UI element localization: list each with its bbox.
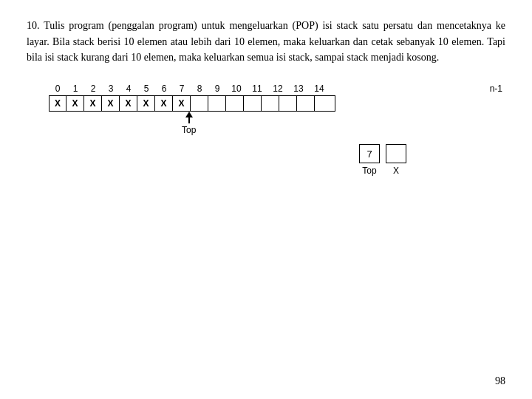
arrow-stem xyxy=(188,117,190,123)
cell-3: X xyxy=(102,95,120,112)
n-minus-1-label: n-1 xyxy=(330,83,505,94)
cell-0: X xyxy=(49,95,66,112)
cell-6: X xyxy=(155,95,173,112)
problem-body: Tulis program (penggalan program) untuk … xyxy=(27,20,505,63)
page-number: 98 xyxy=(495,375,505,387)
cell-13-empty xyxy=(279,95,297,112)
idx-11: 11 xyxy=(247,83,267,94)
cell-14-empty xyxy=(297,95,315,112)
idx-12: 12 xyxy=(267,83,288,94)
problem-number: 10. xyxy=(27,20,40,31)
filled-cells: X X X X X X X X xyxy=(49,95,335,112)
idx-8: 8 xyxy=(191,83,208,94)
bottom-section: 7 Top X xyxy=(49,144,505,176)
idx-1: 1 xyxy=(66,83,84,94)
idx-3: 3 xyxy=(102,83,120,94)
idx-0: 0 xyxy=(49,83,66,94)
box-labels-row: Top X xyxy=(359,166,406,176)
x-label-box: X xyxy=(386,166,406,176)
idx-7: 7 xyxy=(173,83,191,94)
problem-text: 10. Tulis program (penggalan program) un… xyxy=(27,18,505,66)
cell-11-empty xyxy=(244,95,262,112)
cell-8-empty xyxy=(191,95,208,112)
cell-15-empty xyxy=(315,95,335,112)
arrow-container: Top xyxy=(182,112,196,135)
cell-12-empty xyxy=(262,95,279,112)
array-section: 0 1 2 3 4 5 6 7 8 9 10 11 12 13 14 n-1 X… xyxy=(49,83,505,135)
top-label-arrow: Top xyxy=(182,125,196,135)
idx-2: 2 xyxy=(84,83,102,94)
empty-box xyxy=(386,144,406,163)
page-content: 10. Tulis program (penggalan program) un… xyxy=(0,0,532,191)
array-indices: 0 1 2 3 4 5 6 7 8 9 10 11 12 13 14 n-1 xyxy=(49,83,505,94)
cell-5: X xyxy=(137,95,155,112)
idx-10: 10 xyxy=(226,83,247,94)
top-label-box: Top xyxy=(359,166,380,176)
value-box: 7 xyxy=(359,144,380,163)
cell-9-empty xyxy=(208,95,226,112)
cell-4: X xyxy=(120,95,137,112)
idx-5: 5 xyxy=(137,83,155,94)
cell-10-empty xyxy=(226,95,244,112)
cell-1: X xyxy=(66,95,84,112)
idx-14: 14 xyxy=(309,83,330,94)
idx-6: 6 xyxy=(155,83,173,94)
arrow-row: Top xyxy=(49,112,505,135)
cell-7: X xyxy=(173,95,191,112)
idx-13: 13 xyxy=(288,83,309,94)
top-box-area: 7 Top X xyxy=(359,144,406,176)
cell-2: X xyxy=(84,95,102,112)
arrow-head xyxy=(185,112,193,117)
idx-9: 9 xyxy=(208,83,226,94)
box-row: 7 xyxy=(359,144,406,163)
cells-wrapper: X X X X X X X X xyxy=(49,95,505,112)
idx-4: 4 xyxy=(120,83,137,94)
